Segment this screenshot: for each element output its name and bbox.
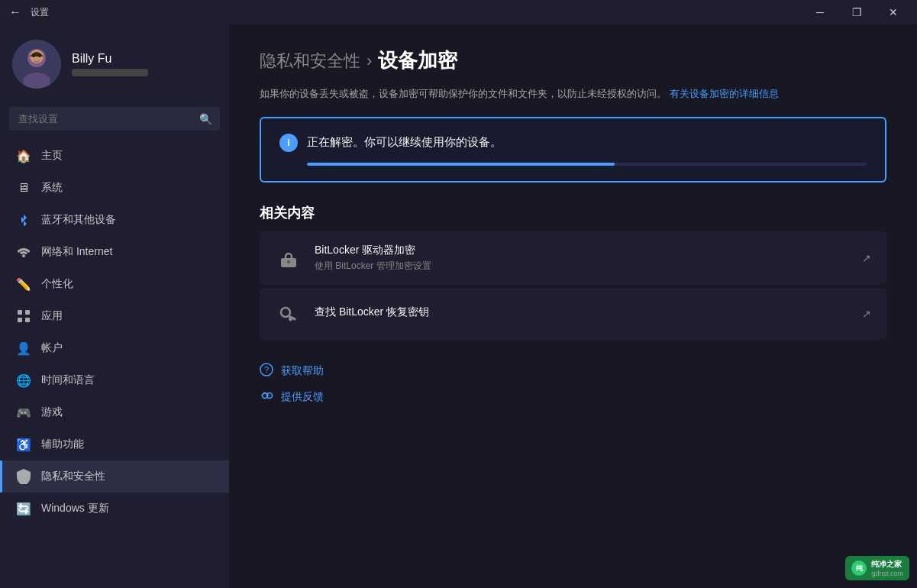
avatar bbox=[12, 40, 61, 89]
nav-list: 🏠 主页 🖥 系统 蓝牙和其他设备 bbox=[0, 137, 229, 588]
sidebar-item-network[interactable]: 网络和 Internet bbox=[0, 236, 229, 268]
bitlocker-drive-title: BitLocker 驱动器加密 bbox=[315, 244, 850, 257]
close-button[interactable]: ✕ bbox=[876, 0, 911, 24]
sidebar-label-network: 网络和 Internet bbox=[41, 245, 112, 259]
decryption-progress-bar bbox=[307, 163, 867, 166]
help-icon: ? bbox=[260, 363, 273, 380]
minimize-button[interactable]: ─ bbox=[802, 0, 838, 24]
sidebar-item-home[interactable]: 🏠 主页 bbox=[0, 140, 229, 172]
search-box: 🔍 bbox=[9, 107, 220, 131]
description-link[interactable]: 有关设备加密的详细信息 bbox=[670, 88, 779, 99]
gaming-icon: 🎮 bbox=[15, 404, 32, 421]
sidebar-label-home: 主页 bbox=[41, 149, 63, 163]
privacy-icon bbox=[15, 468, 32, 485]
watermark-text: 纯净之家 gdnst.com bbox=[871, 559, 903, 577]
breadcrumb: 隐私和安全性 › 设备加密 bbox=[260, 47, 886, 74]
status-info-icon: i bbox=[279, 134, 298, 152]
sidebar-label-personalize: 个性化 bbox=[41, 277, 73, 291]
bitlocker-key-arrow: ↗ bbox=[862, 308, 871, 320]
home-icon: 🏠 bbox=[15, 147, 32, 164]
user-section[interactable]: Billy Fu bbox=[0, 24, 229, 104]
user-info: Billy Fu bbox=[72, 52, 148, 76]
search-input[interactable] bbox=[9, 107, 220, 131]
update-icon: 🔄 bbox=[15, 500, 32, 517]
feedback-label: 提供反馈 bbox=[281, 390, 324, 404]
page-description: 如果你的设备丢失或被盗，设备加密可帮助保护你的文件和文件夹，以防止未经授权的访问… bbox=[260, 86, 886, 102]
time-icon: 🌐 bbox=[15, 372, 32, 389]
svg-rect-12 bbox=[286, 254, 292, 260]
user-name: Billy Fu bbox=[72, 52, 148, 66]
watermark: 纯 纯净之家 gdnst.com bbox=[845, 556, 909, 580]
window-controls: ─ ❐ ✕ bbox=[802, 0, 911, 24]
sidebar-label-apps: 应用 bbox=[41, 309, 63, 323]
bitlocker-key-card[interactable]: 查找 BitLocker 恢复密钥 ↗ bbox=[260, 288, 886, 340]
accessibility-icon: ♿ bbox=[15, 436, 32, 453]
svg-rect-7 bbox=[18, 310, 22, 315]
titlebar-title: 设置 bbox=[31, 6, 49, 19]
bitlocker-drive-text: BitLocker 驱动器加密 使用 BitLocker 管理加密设置 bbox=[315, 244, 850, 273]
sidebar-item-gaming[interactable]: 🎮 游戏 bbox=[0, 396, 229, 428]
personalize-icon: ✏️ bbox=[15, 276, 32, 292]
watermark-logo: 纯 bbox=[851, 561, 867, 576]
svg-point-6 bbox=[22, 254, 25, 257]
sidebar-label-accounts: 帐户 bbox=[41, 341, 63, 355]
svg-rect-10 bbox=[25, 318, 30, 322]
svg-point-14 bbox=[281, 308, 290, 317]
sidebar-label-update: Windows 更新 bbox=[41, 502, 109, 515]
bitlocker-drive-subtitle: 使用 BitLocker 管理加密设置 bbox=[315, 260, 850, 273]
main-content: 隐私和安全性 › 设备加密 如果你的设备丢失或被盗，设备加密可帮助保护你的文件和… bbox=[229, 24, 917, 588]
apps-icon bbox=[15, 308, 32, 325]
bitlocker-key-text: 查找 BitLocker 恢复密钥 bbox=[315, 305, 850, 321]
svg-rect-9 bbox=[18, 318, 22, 322]
get-help-link[interactable]: ? 获取帮助 bbox=[260, 358, 886, 384]
user-subtitle bbox=[72, 69, 148, 76]
sidebar-label-gaming: 游戏 bbox=[41, 405, 63, 419]
sidebar-item-privacy[interactable]: 隐私和安全性 bbox=[0, 460, 229, 493]
sidebar-label-accessibility: 辅助功能 bbox=[41, 438, 84, 451]
app-container: Billy Fu 🔍 🏠 主页 🖥 系统 bbox=[0, 24, 917, 588]
feedback-link[interactable]: 提供反馈 bbox=[260, 384, 886, 410]
related-section-title: 相关内容 bbox=[260, 204, 886, 222]
sidebar-item-accounts[interactable]: 👤 帐户 bbox=[0, 332, 229, 364]
status-card: i 正在解密。你可以继续使用你的设备。 bbox=[260, 117, 886, 183]
bitlocker-drive-icon bbox=[275, 244, 302, 272]
sidebar-label-bluetooth: 蓝牙和其他设备 bbox=[41, 213, 116, 227]
svg-point-5 bbox=[38, 54, 41, 57]
feedback-icon bbox=[260, 389, 273, 405]
svg-point-13 bbox=[287, 260, 290, 263]
back-button[interactable]: ← bbox=[6, 5, 24, 19]
bitlocker-drive-arrow: ↗ bbox=[862, 252, 871, 264]
breadcrumb-separator: › bbox=[366, 51, 372, 71]
network-icon bbox=[15, 244, 32, 260]
bitlocker-drive-card[interactable]: BitLocker 驱动器加密 使用 BitLocker 管理加密设置 ↗ bbox=[260, 231, 886, 285]
bitlocker-key-icon bbox=[275, 300, 302, 328]
sidebar-item-personalize[interactable]: ✏️ 个性化 bbox=[0, 268, 229, 300]
sidebar: Billy Fu 🔍 🏠 主页 🖥 系统 bbox=[0, 24, 229, 588]
sidebar-item-time[interactable]: 🌐 时间和语言 bbox=[0, 364, 229, 396]
breadcrumb-current: 设备加密 bbox=[378, 47, 457, 74]
progress-fill bbox=[307, 163, 615, 166]
accounts-icon: 👤 bbox=[15, 340, 32, 357]
sidebar-label-system: 系统 bbox=[41, 181, 63, 195]
svg-rect-8 bbox=[25, 310, 30, 315]
svg-point-4 bbox=[32, 54, 35, 57]
status-text: 正在解密。你可以继续使用你的设备。 bbox=[307, 135, 502, 150]
breadcrumb-parent: 隐私和安全性 bbox=[260, 50, 360, 73]
search-icon: 🔍 bbox=[199, 113, 212, 125]
svg-text:?: ? bbox=[264, 365, 269, 374]
sidebar-label-privacy: 隐私和安全性 bbox=[41, 470, 105, 483]
maximize-button[interactable]: ❐ bbox=[839, 0, 874, 24]
bitlocker-key-title: 查找 BitLocker 恢复密钥 bbox=[315, 305, 850, 319]
get-help-label: 获取帮助 bbox=[281, 364, 324, 378]
bluetooth-icon bbox=[15, 212, 32, 228]
sidebar-item-update[interactable]: 🔄 Windows 更新 bbox=[0, 493, 229, 525]
titlebar: ← 设置 ─ ❐ ✕ bbox=[0, 0, 917, 24]
sidebar-item-system[interactable]: 🖥 系统 bbox=[0, 172, 229, 204]
system-icon: 🖥 bbox=[15, 179, 32, 196]
sidebar-item-accessibility[interactable]: ♿ 辅助功能 bbox=[0, 428, 229, 460]
sidebar-item-bluetooth[interactable]: 蓝牙和其他设备 bbox=[0, 204, 229, 236]
sidebar-item-apps[interactable]: 应用 bbox=[0, 300, 229, 332]
sidebar-label-time: 时间和语言 bbox=[41, 373, 95, 387]
bottom-links: ? 获取帮助 提供反馈 bbox=[260, 358, 886, 410]
